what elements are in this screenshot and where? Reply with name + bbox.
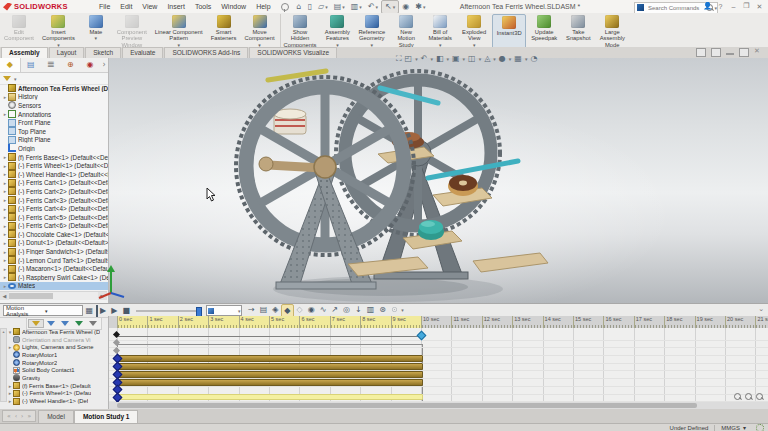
- undo-button[interactable]: ↶▾: [365, 1, 381, 13]
- doc-new-window-icon[interactable]: [711, 48, 721, 57]
- search-input[interactable]: [646, 4, 706, 12]
- timeline-bar-olive[interactable]: [117, 355, 423, 362]
- tree-item-ferris-cart-6-default-defau[interactable]: ▸(-) Ferris Cart<6> (Default<<Defau: [0, 222, 108, 231]
- section-view-icon[interactable]: ◧: [436, 53, 444, 65]
- ruler-second-9[interactable]: 9 sec: [391, 316, 421, 328]
- close-button[interactable]: ✕: [753, 0, 766, 13]
- timeline-zoom-fit-icon[interactable]: [756, 393, 763, 400]
- minimize-button[interactable]: –: [727, 0, 740, 13]
- tree-item-ferris-cart-5-default-defau[interactable]: ▸(-) Ferris Cart<5> (Default<<Defau: [0, 213, 108, 222]
- motion-tree-item-wheel-handle-1-def[interactable]: ▸(-) Wheel Handle<1> (Def: [7, 397, 108, 405]
- tree-item-ferris-cart-1-default-defau[interactable]: ▸(-) Ferris Cart<1> (Default<<Defau: [0, 179, 108, 188]
- tree-item-chocolate-cake-1-default[interactable]: ▸(-) Chocolate Cake<1> (Default<<: [0, 230, 108, 239]
- menu-view[interactable]: View: [137, 0, 162, 13]
- timeline-bar-olive[interactable]: [117, 363, 423, 370]
- propertymanager-tab[interactable]: ▤: [21, 58, 41, 72]
- tab-model[interactable]: Model: [38, 410, 74, 423]
- linear-component-pattern-button[interactable]: Linear Component Pattern▾: [152, 14, 206, 49]
- tree-item-donut-1-default-default[interactable]: ▸(-) Donut<1> (Default<<Default>_: [0, 239, 108, 248]
- scroll-left-icon[interactable]: ◀: [0, 292, 9, 300]
- motion-tree-item-lights-cameras-and-scene[interactable]: ▸Lights, Cameras and Scene: [7, 343, 108, 351]
- timeline-bar-olive[interactable]: [117, 371, 423, 378]
- doc-maximize-icon[interactable]: [739, 48, 749, 57]
- user-account-icon[interactable]: 👤: [701, 0, 714, 13]
- tree-item-right-plane[interactable]: Right Plane: [0, 136, 108, 145]
- filter-selected-button[interactable]: [72, 320, 86, 327]
- menu-tools[interactable]: Tools: [190, 0, 216, 13]
- ferris-wheel-model[interactable]: [228, 58, 558, 303]
- timeline-bar-olive[interactable]: [117, 379, 423, 386]
- rebuild-button[interactable]: ◉: [399, 1, 412, 13]
- menu-window[interactable]: Window: [216, 0, 251, 13]
- dimxpertmanager-tab[interactable]: ⊕: [60, 58, 80, 72]
- filter-icon[interactable]: [3, 76, 11, 81]
- ruler-second-0[interactable]: 0 sec: [117, 316, 147, 328]
- timeline-bar-pale[interactable]: [117, 394, 423, 400]
- graphics-viewport[interactable]: ⛶◰▾↶▾◧▾▣▾◫▾◬▾●▾▦▾◔ ◆ ▤ 𝌆 ⊕ ◉ › ▾ Afterno…: [0, 58, 768, 303]
- home-button[interactable]: ⌂: [294, 1, 305, 13]
- hide-show-items-icon[interactable]: ◬: [484, 53, 490, 65]
- edit-appearance-icon[interactable]: ●: [499, 53, 506, 65]
- collapse-motionmanager-icon[interactable]: ⌄: [758, 305, 764, 313]
- ruler-second-7[interactable]: 7 sec: [330, 316, 360, 328]
- ruler-second-19[interactable]: 19 sec: [695, 316, 725, 328]
- display-style-icon[interactable]: ◫: [468, 53, 476, 65]
- tab-layout[interactable]: Layout: [49, 47, 85, 58]
- calculate-button[interactable]: ▦: [83, 305, 96, 317]
- featuremanager-tree-tab[interactable]: ◆: [0, 58, 21, 72]
- ruler-second-20[interactable]: 20 sec: [725, 316, 755, 328]
- tree-item-wheel-handle-1-default-d[interactable]: ▸(-) Wheel Handle<1> (Default<<D: [0, 170, 108, 179]
- motion-tree-item-ferris-wheel-1-defau[interactable]: ▸(-) Ferris Wheel<1> (Defau: [7, 390, 108, 398]
- insert-components-button[interactable]: Insert Components▾: [39, 14, 78, 49]
- previous-view-icon[interactable]: ↶: [421, 53, 428, 65]
- ruler-second-5[interactable]: 5 sec: [269, 316, 299, 328]
- open-button[interactable]: ▱▾: [315, 1, 331, 13]
- ruler-second-10[interactable]: 10 sec: [421, 316, 451, 328]
- timeline-zoom-out-icon[interactable]: [745, 393, 752, 400]
- menu-edit[interactable]: Edit: [115, 0, 137, 13]
- study-type-select[interactable]: Motion Analysis ▾: [3, 305, 83, 316]
- panel-more-icon[interactable]: ›: [100, 58, 108, 72]
- view-orientation-icon[interactable]: ▣: [452, 53, 460, 65]
- ruler-second-12[interactable]: 12 sec: [482, 316, 512, 328]
- new-motion-study-button[interactable]: New Motion Study: [390, 14, 422, 49]
- menu-help[interactable]: Help: [251, 0, 275, 13]
- ruler-second-8[interactable]: 8 sec: [360, 316, 390, 328]
- play-from-start-button[interactable]: ▶: [96, 305, 109, 317]
- motion-tree-item-afternoon-tea-ferris-wheel-d[interactable]: ▾Afternoon Tea Ferris Wheel (D: [7, 328, 108, 336]
- motion-tree-item-orientation-and-camera-vi[interactable]: Orientation and Camera Vi: [7, 336, 108, 344]
- ruler-second-15[interactable]: 15 sec: [573, 316, 603, 328]
- tree-item-origin[interactable]: Origin: [0, 144, 108, 153]
- ruler-second-17[interactable]: 17 sec: [634, 316, 664, 328]
- tree-item-annotations[interactable]: ▸Annotations: [0, 110, 108, 119]
- units-caret-icon[interactable]: ▾: [743, 424, 746, 431]
- ruler-second-13[interactable]: 13 sec: [512, 316, 542, 328]
- slider-thumb[interactable]: [196, 307, 202, 317]
- take-snapshot-button[interactable]: Take Snapshot: [562, 14, 594, 49]
- instant3d-button[interactable]: Instant3D: [492, 14, 526, 49]
- configurationmanager-tab[interactable]: 𝌆: [41, 58, 61, 72]
- view-settings-icon[interactable]: ◔: [530, 53, 537, 65]
- ruler-second-11[interactable]: 11 sec: [451, 316, 481, 328]
- tree-item-finger-sandwich-1-default[interactable]: ▸(-) Finger Sandwich<1> (Default<: [0, 247, 108, 256]
- tree-item-lemon-curd-tart-1-default[interactable]: ▸(-) Lemon Curd Tart<1> (Default<: [0, 256, 108, 265]
- ruler-second-4[interactable]: 4 sec: [239, 316, 269, 328]
- tree-item-mates[interactable]: ▸Mates: [0, 282, 108, 291]
- tree-item-ferris-cart-4-default-defau[interactable]: ▸(-) Ferris Cart<4> (Default<<Defau: [0, 204, 108, 213]
- tab-sketch[interactable]: Sketch: [85, 47, 121, 58]
- exploded-view-button[interactable]: Exploded View▾: [458, 14, 490, 49]
- ruler-second-3[interactable]: 3 sec: [208, 316, 238, 328]
- timeline-ruler[interactable]: 0 sec1 sec2 sec3 sec4 sec5 sec6 sec7 sec…: [109, 316, 768, 328]
- move-component-button[interactable]: Move Component▾: [242, 14, 278, 49]
- timeline-scrollbar-thumb[interactable]: [117, 403, 697, 408]
- assembly-features-button[interactable]: Assembly Features▾: [321, 14, 353, 49]
- new-document-button[interactable]: ▯: [305, 1, 315, 13]
- playback-speed-slider[interactable]: [136, 310, 202, 312]
- search-scope-icon[interactable]: [637, 4, 644, 11]
- menu-file[interactable]: File: [94, 0, 115, 13]
- displaymanager-tab[interactable]: ◉: [80, 58, 100, 72]
- update-speedpak-button[interactable]: Update Speedpak: [528, 14, 560, 49]
- tree-item-ferris-wheel-1-default-def[interactable]: ▸(-) Ferris Wheel<1> (Default<<Def: [0, 161, 108, 170]
- playback-mode-combo[interactable]: ▾: [206, 305, 242, 316]
- tree-item-ferris-cart-3-default-defau[interactable]: ▸(-) Ferris Cart<3> (Default<<Defau: [0, 196, 108, 205]
